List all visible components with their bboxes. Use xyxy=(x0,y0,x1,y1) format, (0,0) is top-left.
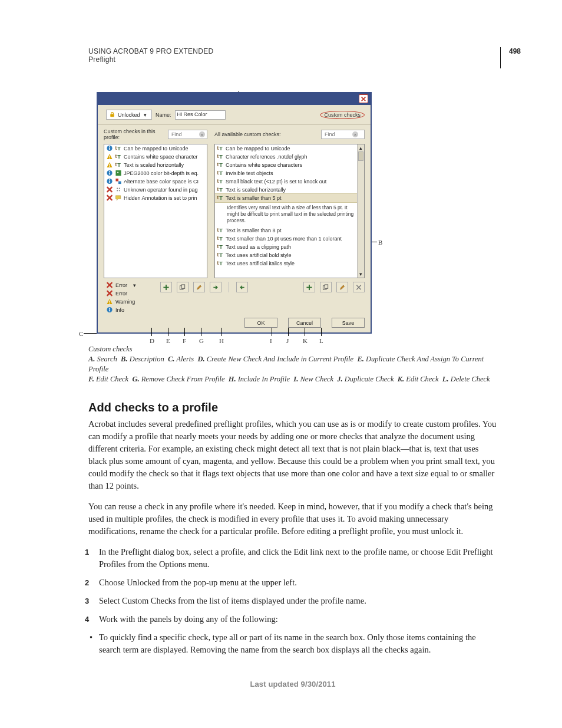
list-item-label: Contains white space character xyxy=(124,153,198,160)
callout-C: C xyxy=(79,330,83,337)
duplicate-assign-button[interactable] xyxy=(177,282,189,292)
list-item[interactable]: Can be mapped to Unicode xyxy=(104,144,207,153)
list-item[interactable]: Text smaller than 10 pt uses more than 1… xyxy=(215,235,364,243)
list-item-label: Text smaller than 10 pt uses more than 1… xyxy=(226,235,342,242)
profile-name-input[interactable]: Hi Res Color xyxy=(175,110,226,120)
list-item-label: Text used as a clipping path xyxy=(226,243,291,251)
caption-title: Custom checks xyxy=(88,345,133,353)
info-icon xyxy=(106,145,113,151)
err-icon xyxy=(106,195,113,201)
legend-error2-label: Error xyxy=(115,291,127,297)
key-letter: L xyxy=(319,337,323,344)
left-search[interactable]: × xyxy=(168,130,207,139)
ok-button[interactable]: OK xyxy=(244,318,277,328)
list-item[interactable]: Character references .notdef glyph xyxy=(215,153,364,161)
available-checks-list[interactable]: Can be mapped to UnicodeCharacter refere… xyxy=(214,144,365,278)
duplicate-check-button[interactable] xyxy=(320,282,332,292)
custom-checks-pill: Custom checks xyxy=(320,111,365,119)
check-type-icon xyxy=(115,145,122,151)
list-item[interactable]: Contains white space characters xyxy=(215,161,364,169)
list-item-label: Can be mapped to Unicode xyxy=(226,145,290,152)
legend-warning-label: Warning xyxy=(115,299,135,305)
list-item[interactable]: Unknown operator found in pag xyxy=(104,186,207,194)
list-item-label: Alternate base color space is CI xyxy=(124,178,199,185)
list-item-label: Can be mapped to Unicode xyxy=(124,145,189,152)
list-item[interactable]: Alternate base color space is CI xyxy=(104,177,207,186)
include-in-profile-button[interactable] xyxy=(236,282,248,292)
last-updated: Last updated 9/30/2011 xyxy=(88,680,497,689)
right-search-input[interactable] xyxy=(323,131,351,138)
dropdown-icon: ▾ xyxy=(143,112,148,118)
edit-check-button[interactable] xyxy=(193,282,205,292)
list-item[interactable]: Small black text (<12 pt) is set to knoc… xyxy=(215,177,364,186)
scrollbar[interactable]: ▴ ▾ xyxy=(357,144,364,278)
check-type-icon xyxy=(217,162,224,168)
list-item[interactable]: Can be mapped to Unicode xyxy=(215,144,364,153)
list-item[interactable]: Text is scaled horizontally xyxy=(215,186,364,194)
warning-icon xyxy=(106,298,113,305)
close-button[interactable] xyxy=(359,94,368,103)
list-item[interactable]: Text is smaller than 8 pt xyxy=(215,226,364,235)
left-search-input[interactable] xyxy=(170,131,197,138)
right-search[interactable]: × xyxy=(321,130,365,139)
step-item: Choose Unlocked from the pop-up menu at … xyxy=(88,577,497,589)
edit-check-button-2[interactable] xyxy=(336,282,348,292)
info-icon xyxy=(106,178,113,185)
check-type-icon xyxy=(115,178,122,185)
list-item[interactable]: Text is smaller than 5 pt xyxy=(215,194,364,202)
delete-check-button[interactable] xyxy=(353,282,365,292)
list-item[interactable]: Invisible text objects xyxy=(215,169,364,177)
scroll-thumb[interactable] xyxy=(358,151,363,161)
legend-error-label: Error xyxy=(115,282,127,288)
name-label: Name: xyxy=(156,112,171,118)
error-icon xyxy=(106,282,113,288)
check-type-icon xyxy=(217,178,224,185)
warn-icon xyxy=(106,153,113,160)
body-para-1: Acrobat includes several predefined pref… xyxy=(88,418,497,492)
legend-info-label: Info xyxy=(115,307,124,313)
check-description: Identifies very small text with a size o… xyxy=(227,205,357,224)
preflight-edit-dialog: Unlocked ▾ Name: Hi Res Color Custom che… xyxy=(97,92,372,334)
clear-icon[interactable]: × xyxy=(352,131,358,137)
list-item[interactable]: Contains white space character xyxy=(104,153,207,161)
key-letter: G xyxy=(199,337,204,344)
step-item: Work with the panels by doing any of the… xyxy=(88,613,497,625)
list-item-label: Small black text (<12 pt) is set to knoc… xyxy=(226,178,326,185)
lock-state-label: Unlocked xyxy=(118,112,140,118)
list-item-label: JPEG2000 color bit-depth is eq. xyxy=(124,170,199,177)
new-check-button[interactable] xyxy=(303,282,315,292)
running-sub: Preflight xyxy=(88,55,497,64)
key-letter: K xyxy=(303,337,308,344)
list-item[interactable]: Text uses artificial bold style xyxy=(215,251,364,259)
step-item: In the Preflight dialog box, select a pr… xyxy=(88,546,497,571)
list-item[interactable]: Hidden Annotation is set to prin xyxy=(104,194,207,202)
scroll-up-icon[interactable]: ▴ xyxy=(358,144,364,151)
profile-checks-list[interactable]: Can be mapped to UnicodeContains white s… xyxy=(104,144,207,278)
list-item-label: Text is scaled horizontally xyxy=(226,186,286,193)
step-item: Select Custom Checks from the list of it… xyxy=(88,595,497,607)
warn-icon xyxy=(106,162,113,168)
dropdown-icon[interactable]: ▾ xyxy=(133,282,136,288)
running-head: USING ACROBAT 9 PRO EXTENDED xyxy=(88,47,497,55)
check-type-icon xyxy=(217,252,224,258)
remove-from-profile-button[interactable] xyxy=(210,282,222,292)
lock-state-select[interactable]: Unlocked ▾ xyxy=(106,110,152,120)
cancel-button[interactable]: Cancel xyxy=(288,318,321,328)
check-type-icon xyxy=(217,243,224,250)
check-type-icon xyxy=(115,195,122,201)
list-item-label: Hidden Annotation is set to prin xyxy=(124,195,197,202)
list-item-label: Unknown operator found in pag xyxy=(124,186,198,193)
save-button[interactable]: Save xyxy=(332,318,365,328)
list-item[interactable]: Text used as a clipping path xyxy=(215,243,364,251)
new-check-include-button[interactable] xyxy=(160,282,172,292)
callout-B: B xyxy=(378,239,382,246)
list-item[interactable]: JPEG2000 color bit-depth is eq. xyxy=(104,169,207,177)
scroll-down-icon[interactable]: ▾ xyxy=(358,271,364,278)
clear-icon[interactable]: × xyxy=(199,131,205,137)
list-item-label: Text uses artificial italics style xyxy=(226,260,295,267)
error-icon xyxy=(106,290,113,297)
list-item[interactable]: Text is scaled horizontally xyxy=(104,161,207,169)
check-type-icon xyxy=(217,195,224,201)
list-item[interactable]: Text uses artificial italics style xyxy=(215,259,364,268)
left-panel-title: Custom checks in this profile: xyxy=(104,129,166,140)
